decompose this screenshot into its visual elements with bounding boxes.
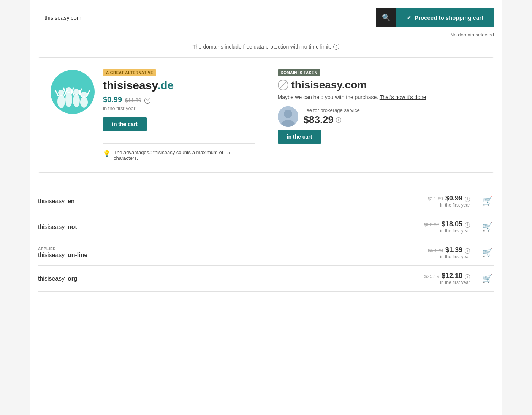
list-price-sale: $18.05 xyxy=(442,220,462,228)
domain-base: thisiseasy xyxy=(103,79,157,92)
list-add-cart-button[interactable]: 🛒 xyxy=(481,272,494,285)
no-domain-selected: No domain selected xyxy=(38,32,494,38)
search-icon: 🔍 xyxy=(382,13,390,22)
svg-point-18 xyxy=(284,110,292,118)
check-icon: ✓ xyxy=(407,14,412,21)
alternative-price-row: $0.99 $11.89 ? xyxy=(103,95,255,104)
advantage-description: The advantages.: thisiseasy counts a max… xyxy=(114,150,255,161)
domain-tld: .de xyxy=(157,79,174,92)
info-icon[interactable]: ? xyxy=(333,44,339,50)
list-price-sale: $12.10 xyxy=(442,272,462,280)
list-domain-base: thisiseasy. xyxy=(38,224,68,230)
list-domain-tld: on-line xyxy=(68,252,87,258)
list-item: thisiseasy. en $11.89 $0.99 i in the fir… xyxy=(38,188,494,214)
broker-price: $83.29 i xyxy=(304,114,483,126)
list-price-block: $25.19 $12.10 i in the first year xyxy=(424,272,470,285)
taken-badge: DOMAIN IS TAKEN xyxy=(278,69,321,76)
svg-point-5 xyxy=(73,94,80,107)
list-price-row: $11.89 $0.99 i xyxy=(428,194,470,202)
list-price-row: $25.19 $12.10 i xyxy=(424,272,470,280)
broker-row: Fee for brokerage service $83.29 i xyxy=(278,106,483,127)
search-input[interactable]: thisiseasy.com xyxy=(38,8,376,27)
brokerage-text: Maybe we can help you with the purchase. xyxy=(278,94,378,100)
list-domain-name: thisiseasy. not xyxy=(38,224,420,230)
info-message: The domains include free data protection… xyxy=(193,44,331,50)
alternative-price-sale: $0.99 xyxy=(103,95,122,104)
alternative-price-period: in the first year xyxy=(103,106,255,111)
list-domain-name: thisiseasy. org xyxy=(38,275,420,282)
list-price-period: in the first year xyxy=(424,280,470,285)
broker-avatar-svg xyxy=(278,106,298,127)
alternative-card-content: A GREAT ALTERNATIVE thisiseasy.de $0.99 … xyxy=(103,69,255,161)
list-price-row: $26.38 $18.05 i xyxy=(424,220,470,228)
card-illustration xyxy=(50,69,95,161)
list-domain-tld: not xyxy=(68,224,77,230)
list-domain-name: thisiseasy. en xyxy=(38,198,423,205)
search-button[interactable]: 🔍 xyxy=(376,8,396,27)
list-add-cart-button[interactable]: 🛒 xyxy=(481,221,494,234)
proceed-btn-label: Proceed to shopping cart xyxy=(415,14,483,21)
list-domain-tld: en xyxy=(68,198,75,204)
broker-fee-label: Fee for brokerage service xyxy=(304,107,483,113)
cart-icon: 🛒 xyxy=(482,196,492,206)
list-price-info-icon[interactable]: i xyxy=(465,197,470,202)
svg-point-8 xyxy=(81,92,87,98)
list-price-info-icon[interactable]: i xyxy=(465,274,470,279)
broker-info: Fee for brokerage service $83.29 i xyxy=(304,107,483,126)
list-price-original: $25.19 xyxy=(424,273,439,279)
brokerage-subtitle: Maybe we can help you with the purchase.… xyxy=(278,94,483,100)
list-add-cart-button[interactable]: 🛒 xyxy=(481,246,494,259)
page-wrapper: thisiseasy.com 🔍 ✓ Proceed to shopping c… xyxy=(30,0,502,415)
card-divider xyxy=(103,143,255,144)
cart-icon: 🛒 xyxy=(482,274,492,284)
list-add-cart-button[interactable]: 🛒 xyxy=(481,195,494,208)
taken-domain-title: thisiseasy.com xyxy=(278,79,483,91)
alternative-badge: A GREAT ALTERNATIVE xyxy=(103,69,156,76)
list-price-block: $26.38 $18.05 i in the first year xyxy=(424,220,470,234)
bulb-icon: 💡 xyxy=(103,150,111,157)
list-price-info-icon[interactable]: i xyxy=(465,248,470,254)
list-price-original: $11.89 xyxy=(428,196,443,202)
list-domain-base: thisiseasy. xyxy=(38,275,68,282)
list-price-block: $59.70 $1.39 i in the first year xyxy=(428,246,470,259)
cart-icon: 🛒 xyxy=(482,248,492,258)
list-price-row: $59.70 $1.39 i xyxy=(428,246,470,254)
list-price-block: $11.89 $0.99 i in the first year xyxy=(428,194,470,208)
list-domain-tld: org xyxy=(68,275,78,282)
domain-list: thisiseasy. en $11.89 $0.99 i in the fir… xyxy=(38,188,494,292)
taken-cart-button[interactable]: in the cart xyxy=(278,130,321,144)
list-price-original: $26.38 xyxy=(424,222,439,227)
taken-card: DOMAIN IS TAKEN thisiseasy.com Maybe we … xyxy=(266,58,494,172)
brokerage-link[interactable]: That's how it's done xyxy=(380,94,426,100)
advantage-text: 💡 The advantages.: thisiseasy counts a m… xyxy=(103,150,255,161)
svg-point-2 xyxy=(58,90,64,96)
list-price-original: $59.70 xyxy=(428,248,443,253)
list-price-sale: $1.39 xyxy=(445,246,462,254)
list-domain-name: APPLIED thisiseasy. on-line xyxy=(38,247,423,259)
list-item: thisiseasy. org $25.19 $12.10 i in the f… xyxy=(38,266,494,292)
applied-label: APPLIED xyxy=(38,247,423,251)
alternative-cart-button[interactable]: in the cart xyxy=(103,117,147,131)
list-item: thisiseasy. not $26.38 $18.05 i in the f… xyxy=(38,214,494,240)
search-bar-row: thisiseasy.com 🔍 ✓ Proceed to shopping c… xyxy=(38,8,494,27)
list-price-info-icon[interactable]: i xyxy=(465,222,470,228)
list-price-sale: $0.99 xyxy=(445,194,462,202)
search-input-wrapper: thisiseasy.com xyxy=(38,8,376,27)
cart-icon: 🛒 xyxy=(482,222,492,232)
list-domain-base: thisiseasy. xyxy=(38,198,68,204)
svg-point-7 xyxy=(80,96,88,108)
slash-circle-icon xyxy=(278,80,288,90)
svg-point-1 xyxy=(57,95,65,108)
alternative-card: A GREAT ALTERNATIVE thisiseasy.de $0.99 … xyxy=(38,58,266,172)
price-info-icon[interactable]: ? xyxy=(144,98,150,104)
featured-cards-row: A GREAT ALTERNATIVE thisiseasy.de $0.99 … xyxy=(38,57,494,173)
broker-price-info-icon[interactable]: i xyxy=(336,117,341,123)
alternative-price-original: $11.89 xyxy=(125,97,141,103)
info-text-row: The domains include free data protection… xyxy=(38,44,494,50)
list-price-period: in the first year xyxy=(428,254,470,259)
proceed-to-cart-button[interactable]: ✓ Proceed to shopping cart xyxy=(396,8,494,27)
broker-price-value: $83.29 xyxy=(304,114,334,126)
svg-point-6 xyxy=(73,89,79,95)
list-price-period: in the first year xyxy=(428,202,470,208)
list-domain-base: thisiseasy. xyxy=(38,252,68,258)
